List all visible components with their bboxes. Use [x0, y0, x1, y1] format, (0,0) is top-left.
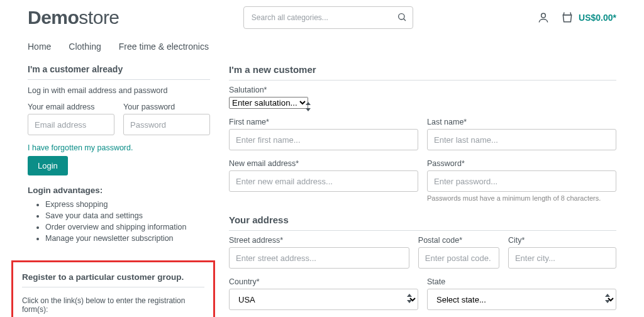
nav-freetime[interactable]: Free time & electronics — [119, 42, 209, 52]
login-title: I'm a customer already — [28, 64, 210, 80]
nav-home[interactable]: Home — [28, 42, 51, 52]
postal-input[interactable] — [418, 247, 499, 269]
state-select[interactable]: Select state... — [427, 289, 616, 310]
address-title: Your address — [229, 214, 616, 231]
customer-group-register-box: Register to a particular customer group.… — [11, 260, 215, 317]
account-icon[interactable] — [537, 11, 550, 24]
firstname-label: First name* — [229, 118, 418, 126]
login-email-label: Your email address — [28, 103, 114, 111]
register-title: I'm a new customer — [229, 64, 616, 81]
country-select[interactable]: USA — [229, 289, 418, 310]
svg-point-0 — [398, 14, 404, 19]
state-label: State — [427, 277, 616, 286]
login-button[interactable]: Login — [28, 156, 68, 175]
password-hint: Passwords must have a minimum length of … — [427, 194, 616, 202]
svg-line-1 — [403, 19, 405, 21]
nav-clothing[interactable]: Clothing — [69, 42, 101, 52]
cart-icon[interactable] — [561, 11, 574, 24]
group-register-title: Register to a particular customer group. — [22, 272, 204, 287]
search-box — [243, 6, 413, 29]
adv-item: Express shopping — [45, 200, 210, 209]
search-input[interactable] — [243, 6, 413, 29]
login-password-label: Your password — [123, 103, 210, 111]
lastname-label: Last name* — [427, 118, 616, 126]
new-email-label: New email address* — [229, 159, 418, 168]
login-password-input[interactable] — [123, 114, 210, 135]
login-sub: Log in with email address and password — [28, 86, 210, 95]
logo[interactable]: Demostore — [28, 7, 119, 28]
salutation-select[interactable]: Enter salutation... — [229, 97, 308, 109]
postal-label: Postal code* — [418, 236, 499, 245]
main-nav: Home Clothing Free time & electronics — [28, 33, 616, 64]
lastname-input[interactable] — [427, 129, 616, 150]
adv-item: Manage your newsletter subscription — [45, 234, 210, 243]
street-label: Street address* — [229, 236, 409, 245]
login-advantages-list: Express shopping Save your data and sett… — [28, 200, 210, 243]
forgot-password-link[interactable]: I have forgotten my password. — [28, 143, 133, 152]
city-input[interactable] — [508, 247, 616, 269]
new-password-label: Password* — [427, 159, 616, 168]
login-advantages-title: Login advantages: — [28, 186, 210, 195]
street-input[interactable] — [229, 247, 409, 269]
login-email-input[interactable] — [28, 114, 114, 135]
salutation-label: Salutation* — [229, 86, 616, 94]
svg-point-2 — [541, 13, 546, 18]
new-email-input[interactable] — [229, 170, 418, 192]
firstname-input[interactable] — [229, 129, 418, 150]
new-password-input[interactable] — [427, 170, 616, 192]
group-register-sub: Click on the link(s) below to enter the … — [22, 296, 204, 314]
city-label: City* — [508, 236, 616, 245]
search-icon[interactable] — [397, 12, 407, 22]
adv-item: Save your data and settings — [45, 211, 210, 220]
adv-item: Order overview and shipping information — [45, 223, 210, 231]
cart-total[interactable]: US$0.00* — [579, 13, 616, 23]
country-label: Country* — [229, 277, 418, 286]
